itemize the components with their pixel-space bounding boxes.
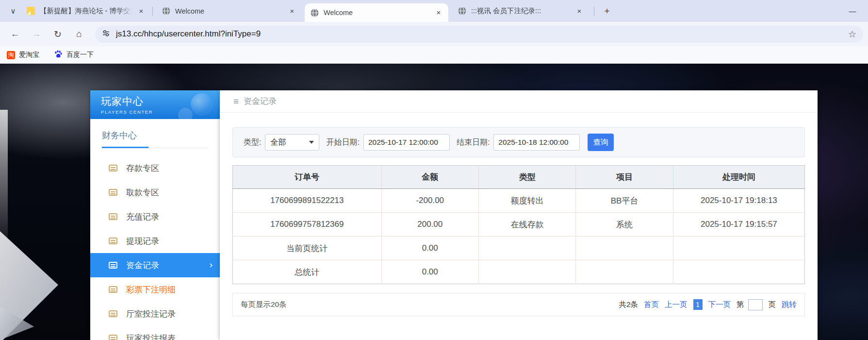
sidebar-item-withdraw-zone[interactable]: 取款专区 <box>90 180 220 204</box>
close-icon[interactable]: × <box>434 8 443 17</box>
sidebar-item-funds-record[interactable]: 资金记录 › <box>90 253 220 277</box>
jump-action-link[interactable]: 跳转 <box>782 300 797 310</box>
baidu-paw-icon <box>54 50 63 60</box>
total-count-text: 共2条 <box>619 300 638 310</box>
cell-type: 在线存款 <box>478 213 575 237</box>
chevron-down-icon <box>309 141 314 144</box>
column-header-project: 项目 <box>576 166 673 189</box>
sidebar-section: 财务中心 <box>90 119 220 148</box>
bookmarks-bar: 淘 爱淘宝 百度一下 <box>0 46 868 64</box>
withdraw-icon <box>109 189 117 196</box>
close-icon[interactable]: × <box>136 6 146 16</box>
home-icon[interactable]: ⌂ <box>71 26 87 42</box>
new-tab-button[interactable]: + <box>600 4 614 18</box>
table-row: 1760699891522213 -200.00 额度转出 BB平台 2025-… <box>233 189 805 213</box>
page-size-text: 每页显示20条 <box>241 300 287 310</box>
cell-order-no: 1760699757812369 <box>233 213 382 237</box>
jump-prefix-label: 第 <box>737 300 744 310</box>
first-page-link[interactable]: 首页 <box>644 300 659 310</box>
sidebar-item-withdrawal-record[interactable]: 提现记录 <box>90 229 220 253</box>
type-select[interactable]: 全部 <box>265 134 319 151</box>
pagination-controls: 共2条 首页 上一页 1 下一页 第 页 跳转 <box>613 299 797 310</box>
browser-toolbar: ← → ↻ ⌂ js13.cc/hhcp/usercenter.html?ini… <box>0 22 868 46</box>
cell-empty <box>478 237 575 260</box>
sidebar-item-hall-bets[interactable]: 厅室投注记录 <box>90 302 220 326</box>
tab-forum[interactable]: 【新提醒】海燕论坛 - 博学交流 × <box>21 0 151 22</box>
next-page-link[interactable]: 下一页 <box>708 300 731 310</box>
background-streak <box>0 110 8 246</box>
search-button[interactable]: 查询 <box>588 134 614 151</box>
reload-icon[interactable]: ↻ <box>49 26 66 42</box>
tab-welcome-1[interactable]: Welcome × <box>156 0 302 22</box>
start-date-input[interactable] <box>363 134 450 151</box>
minimize-button[interactable]: — <box>844 3 861 18</box>
tab-label: Welcome <box>324 9 430 17</box>
page-title: 资金记录 <box>244 96 277 107</box>
sidebar-item-player-report[interactable]: 玩家投注报表 <box>90 326 220 340</box>
sidebar-item-label: 玩家投注报表 <box>126 333 176 340</box>
taobao-icon: 淘 <box>7 51 15 59</box>
table-row-grand-total: 总统计 0.00 <box>233 260 805 284</box>
section-underline <box>102 148 208 148</box>
tab-strip: ∨ 【新提醒】海燕论坛 - 博学交流 × Welcome × Welcome ×… <box>0 0 868 22</box>
tab-separator <box>594 7 594 16</box>
column-header-type: 类型 <box>478 166 575 189</box>
bookmark-taobao[interactable]: 淘 爱淘宝 <box>7 51 39 59</box>
cell-empty <box>673 260 804 284</box>
column-header-order-no: 订单号 <box>233 166 382 189</box>
close-icon[interactable]: × <box>574 6 584 16</box>
player-report-icon <box>109 335 117 340</box>
page-title-row: ≡ 资金记录 <box>220 90 818 113</box>
finance-center-title: 财务中心 <box>102 130 208 148</box>
type-select-value: 全部 <box>270 137 286 148</box>
hall-bets-icon <box>109 310 117 317</box>
tab-search-icon[interactable]: ∨ <box>6 4 20 18</box>
deposit-icon <box>109 165 117 171</box>
type-label: 类型: <box>244 137 261 148</box>
globe-icon <box>458 7 466 15</box>
cell-amount: 0.00 <box>381 237 478 260</box>
forward-icon[interactable]: → <box>28 26 45 42</box>
globe-icon <box>162 7 170 15</box>
sidebar-item-label: 充值记录 <box>126 211 159 222</box>
recharge-record-icon <box>109 213 117 220</box>
site-settings-icon[interactable] <box>102 29 110 39</box>
jump-suffix-label: 页 <box>769 300 776 310</box>
sidebar-item-recharge-record[interactable]: 充值记录 <box>90 204 220 229</box>
cell-amount: 200.00 <box>381 213 478 237</box>
main-panel: ≡ 资金记录 类型: 全部 开始日期: 结束日期: 查询 订单号 金额 类型 项… <box>220 90 818 340</box>
sidebar-header: 玩家中心 PLAYERS CENTER <box>90 90 220 119</box>
table-header-row: 订单号 金额 类型 项目 处理时间 <box>233 166 805 189</box>
hamburger-icon: ≡ <box>233 96 239 107</box>
cell-order-no: 1760699891522213 <box>233 189 382 213</box>
forum-icon <box>27 7 35 15</box>
sidebar-item-label: 资金记录 <box>126 260 159 271</box>
url-text[interactable]: js13.cc/hhcp/usercenter.html?iniType=9 <box>116 29 261 39</box>
tab-video-records[interactable]: :::视讯 会员下注纪录::: × <box>452 0 589 22</box>
funds-table: 订单号 金额 类型 项目 处理时间 1760699891522213 -200.… <box>232 165 805 284</box>
address-bar[interactable]: js13.cc/hhcp/usercenter.html?iniType=9 ☆ <box>95 26 863 43</box>
bookmark-baidu[interactable]: 百度一下 <box>54 50 94 60</box>
sidebar-menu: 存款专区 取款专区 充值记录 提现记录 资金记录 › 彩票下注明细 厅室投注记录 <box>90 156 220 340</box>
bookmark-star-icon[interactable]: ☆ <box>848 29 856 40</box>
back-icon[interactable]: ← <box>7 26 23 42</box>
close-icon[interactable]: × <box>287 6 297 16</box>
sidebar-item-deposit-zone[interactable]: 存款专区 <box>90 156 220 180</box>
cell-label: 总统计 <box>233 260 382 284</box>
sidebar-item-label: 存款专区 <box>126 163 159 174</box>
prev-page-link[interactable]: 上一页 <box>665 300 688 310</box>
sidebar: 玩家中心 PLAYERS CENTER 财务中心 存款专区 取款专区 充值记录 … <box>90 90 220 340</box>
sidebar-item-label: 提现记录 <box>126 236 159 247</box>
tab-label: :::视讯 会员下注纪录::: <box>471 6 571 16</box>
current-page-badge[interactable]: 1 <box>693 299 703 310</box>
gamepad-icon <box>191 93 213 116</box>
tab-welcome-2-active[interactable]: Welcome × <box>305 3 448 22</box>
cell-empty <box>478 260 575 284</box>
sidebar-item-lottery-bets[interactable]: 彩票下注明细 <box>90 277 220 302</box>
cell-process-time: 2025-10-17 19:15:57 <box>673 213 804 237</box>
jump-page-input[interactable] <box>748 299 763 310</box>
bookmark-label: 百度一下 <box>66 51 94 59</box>
cell-type: 额度转出 <box>478 189 575 213</box>
table-row: 1760699757812369 200.00 在线存款 系统 2025-10-… <box>233 213 805 237</box>
end-date-input[interactable] <box>493 134 580 151</box>
